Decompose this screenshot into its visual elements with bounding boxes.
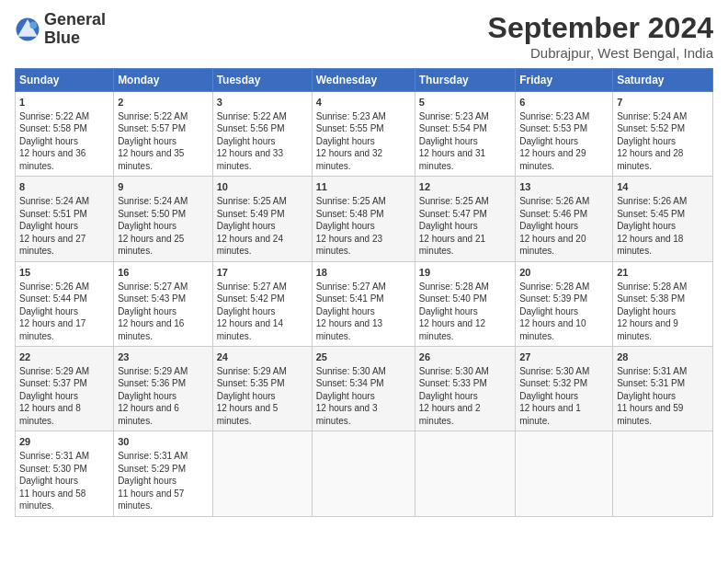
page-title: September 2024 <box>488 11 713 45</box>
sunrise-text: Sunrise: 5:29 AM <box>217 366 287 376</box>
calendar-cell: 12Sunrise: 5:25 AMSunset: 5:47 PMDayligh… <box>415 177 515 261</box>
day-number: 16 <box>118 266 209 280</box>
daylight-text: Daylight hours12 hours and 13 minutes. <box>316 306 382 341</box>
daylight-text: Daylight hours12 hours and 5 minutes. <box>217 391 279 426</box>
daylight-text: Daylight hours12 hours and 36 minutes. <box>19 136 85 171</box>
sunset-text: Sunset: 5:43 PM <box>118 293 186 304</box>
sunrise-text: Sunrise: 5:26 AM <box>19 282 89 292</box>
day-number: 9 <box>118 180 209 194</box>
sunset-text: Sunset: 5:31 PM <box>617 378 685 388</box>
calendar-cell: 24Sunrise: 5:29 AMSunset: 5:35 PMDayligh… <box>212 347 312 431</box>
sunset-text: Sunset: 5:48 PM <box>316 209 384 219</box>
calendar-cell <box>212 431 312 516</box>
calendar-cell: 29Sunrise: 5:31 AMSunset: 5:30 PMDayligh… <box>16 431 114 516</box>
daylight-text: Daylight hours12 hours and 3 minutes. <box>316 391 378 426</box>
calendar-cell: 14Sunrise: 5:26 AMSunset: 5:45 PMDayligh… <box>613 177 713 261</box>
calendar-week-row: 15Sunrise: 5:26 AMSunset: 5:44 PMDayligh… <box>16 261 713 346</box>
column-header-friday: Friday <box>516 69 613 92</box>
calendar-week-row: 1Sunrise: 5:22 AMSunset: 5:58 PMDaylight… <box>16 92 713 177</box>
sunrise-text: Sunrise: 5:28 AM <box>519 282 589 292</box>
sunrise-text: Sunrise: 5:29 AM <box>118 366 188 376</box>
day-number: 7 <box>617 96 709 109</box>
logo: General Blue <box>15 11 106 48</box>
calendar-cell: 17Sunrise: 5:27 AMSunset: 5:42 PMDayligh… <box>212 261 312 346</box>
daylight-text: Daylight hours12 hours and 18 minutes. <box>617 221 683 256</box>
svg-point-2 <box>29 21 37 29</box>
calendar-cell: 5Sunrise: 5:23 AMSunset: 5:54 PMDaylight… <box>415 92 515 177</box>
day-number: 30 <box>118 435 209 449</box>
sunset-text: Sunset: 5:52 PM <box>617 123 685 133</box>
sunrise-text: Sunrise: 5:24 AM <box>617 111 687 121</box>
day-number: 28 <box>617 350 709 364</box>
daylight-text: Daylight hours12 hours and 29 minutes. <box>519 136 586 171</box>
day-number: 2 <box>118 96 209 109</box>
daylight-text: Daylight hours12 hours and 16 minutes. <box>118 306 184 341</box>
daylight-text: Daylight hours11 hours and 59 minutes. <box>617 391 683 426</box>
sunset-text: Sunset: 5:36 PM <box>118 378 186 388</box>
sunrise-text: Sunrise: 5:30 AM <box>419 366 489 376</box>
sunrise-text: Sunrise: 5:30 AM <box>519 366 589 376</box>
day-number: 5 <box>419 96 511 109</box>
sunset-text: Sunset: 5:44 PM <box>19 293 87 304</box>
calendar-cell: 26Sunrise: 5:30 AMSunset: 5:33 PMDayligh… <box>415 347 515 431</box>
sunset-text: Sunset: 5:53 PM <box>519 123 587 133</box>
calendar-cell: 10Sunrise: 5:25 AMSunset: 5:49 PMDayligh… <box>212 177 312 261</box>
sunrise-text: Sunrise: 5:24 AM <box>19 196 89 206</box>
sunset-text: Sunset: 5:57 PM <box>118 123 186 133</box>
sunset-text: Sunset: 5:39 PM <box>519 293 587 304</box>
calendar-cell: 4Sunrise: 5:23 AMSunset: 5:55 PMDaylight… <box>312 92 415 177</box>
sunrise-text: Sunrise: 5:23 AM <box>419 111 489 121</box>
daylight-text: Daylight hours12 hours and 2 minutes. <box>419 391 481 426</box>
day-number: 12 <box>419 180 511 194</box>
day-number: 15 <box>19 266 109 280</box>
daylight-text: Daylight hours12 hours and 28 minutes. <box>617 136 683 171</box>
page-subtitle: Dubrajpur, West Bengal, India <box>488 45 713 61</box>
day-number: 14 <box>617 180 709 194</box>
column-header-monday: Monday <box>114 69 213 92</box>
sunrise-text: Sunrise: 5:29 AM <box>19 366 89 376</box>
daylight-text: Daylight hours12 hours and 23 minutes. <box>316 221 382 256</box>
sunrise-text: Sunrise: 5:27 AM <box>316 282 386 292</box>
sunset-text: Sunset: 5:38 PM <box>617 293 685 304</box>
sunset-text: Sunset: 5:29 PM <box>118 464 186 474</box>
sunset-text: Sunset: 5:47 PM <box>419 209 487 219</box>
calendar-cell: 25Sunrise: 5:30 AMSunset: 5:34 PMDayligh… <box>312 347 415 431</box>
day-number: 11 <box>316 180 411 194</box>
sunset-text: Sunset: 5:40 PM <box>419 293 487 304</box>
daylight-text: Daylight hours12 hours and 21 minutes. <box>419 221 485 256</box>
daylight-text: Daylight hours11 hours and 58 minutes. <box>19 476 85 511</box>
sunset-text: Sunset: 5:58 PM <box>19 123 87 133</box>
daylight-text: Daylight hours11 hours and 57 minutes. <box>118 476 184 511</box>
column-header-saturday: Saturday <box>613 69 713 92</box>
calendar-cell <box>613 431 713 516</box>
day-number: 25 <box>316 350 411 364</box>
sunrise-text: Sunrise: 5:31 AM <box>19 451 89 461</box>
calendar-cell: 16Sunrise: 5:27 AMSunset: 5:43 PMDayligh… <box>114 261 213 346</box>
calendar-cell: 23Sunrise: 5:29 AMSunset: 5:36 PMDayligh… <box>114 347 213 431</box>
day-number: 22 <box>19 350 109 364</box>
daylight-text: Daylight hours12 hours and 10 minutes. <box>519 306 586 341</box>
sunset-text: Sunset: 5:37 PM <box>19 378 87 388</box>
sunset-text: Sunset: 5:46 PM <box>519 209 587 219</box>
calendar-cell: 7Sunrise: 5:24 AMSunset: 5:52 PMDaylight… <box>613 92 713 177</box>
calendar-header-row: SundayMondayTuesdayWednesdayThursdayFrid… <box>16 69 713 92</box>
sunrise-text: Sunrise: 5:27 AM <box>118 282 188 292</box>
sunrise-text: Sunrise: 5:28 AM <box>419 282 489 292</box>
day-number: 21 <box>617 266 709 280</box>
calendar-cell: 2Sunrise: 5:22 AMSunset: 5:57 PMDaylight… <box>114 92 213 177</box>
daylight-text: Daylight hours12 hours and 8 minutes. <box>19 391 81 426</box>
sunrise-text: Sunrise: 5:30 AM <box>316 366 386 376</box>
sunrise-text: Sunrise: 5:26 AM <box>519 196 589 206</box>
day-number: 8 <box>19 180 109 194</box>
day-number: 19 <box>419 266 511 280</box>
calendar-cell <box>516 431 613 516</box>
calendar-cell: 3Sunrise: 5:22 AMSunset: 5:56 PMDaylight… <box>212 92 312 177</box>
sunset-text: Sunset: 5:45 PM <box>617 209 685 219</box>
daylight-text: Daylight hours12 hours and 35 minutes. <box>118 136 184 171</box>
sunrise-text: Sunrise: 5:25 AM <box>316 196 386 206</box>
sunrise-text: Sunrise: 5:31 AM <box>118 451 188 461</box>
calendar-cell: 27Sunrise: 5:30 AMSunset: 5:32 PMDayligh… <box>516 347 613 431</box>
daylight-text: Daylight hours12 hours and 17 minutes. <box>19 306 85 341</box>
daylight-text: Daylight hours12 hours and 27 minutes. <box>19 221 85 256</box>
sunset-text: Sunset: 5:50 PM <box>118 209 186 219</box>
